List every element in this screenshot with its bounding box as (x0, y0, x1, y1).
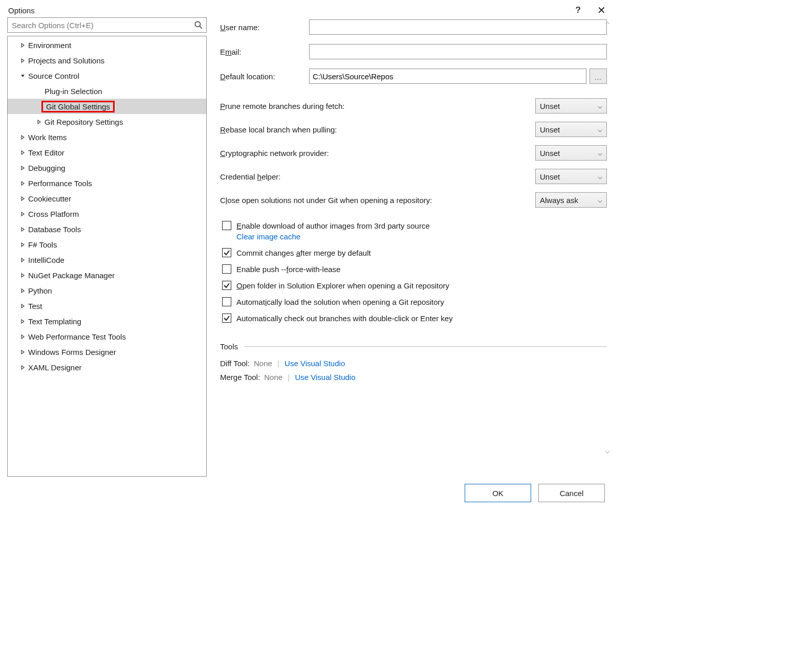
chevron-down-icon: ⌵ (598, 125, 602, 134)
chevron-right-icon[interactable] (19, 304, 26, 308)
options-tree[interactable]: EnvironmentProjects and SolutionsSource … (7, 36, 207, 477)
chevron-down-icon: ⌵ (598, 148, 602, 158)
search-icon (194, 20, 203, 30)
tree-item-label: Test (28, 302, 42, 310)
tree-item[interactable]: Git Global Settings (8, 99, 206, 114)
tree-item[interactable]: Cookiecutter (8, 191, 206, 206)
browse-button[interactable]: ... (589, 69, 607, 84)
tree-item[interactable]: Git Repository Settings (8, 114, 206, 129)
chevron-right-icon[interactable] (19, 196, 26, 201)
tree-item-label: F# Tools (28, 240, 57, 249)
auto-load-checkbox[interactable] (222, 297, 231, 306)
chevron-right-icon[interactable] (19, 135, 26, 140)
force-with-lease-checkbox[interactable] (222, 264, 231, 274)
svg-marker-12 (21, 228, 24, 231)
chevron-right-icon[interactable] (19, 334, 26, 339)
chevron-right-icon[interactable] (19, 58, 26, 63)
commit-after-merge-checkbox[interactable] (222, 248, 231, 257)
svg-marker-20 (21, 350, 24, 354)
scroll-down-icon[interactable] (605, 447, 610, 456)
open-folder-checkbox[interactable] (222, 281, 231, 290)
tree-item-label: Source Control (28, 72, 79, 80)
section-divider (244, 346, 607, 347)
search-input[interactable] (11, 20, 194, 30)
tree-item[interactable]: Source Control (8, 68, 206, 83)
user-name-label: User name: (220, 23, 309, 32)
merge-tool-value: None (264, 373, 282, 382)
chevron-down-icon: ⌵ (598, 101, 602, 110)
chevron-down-icon: ⌵ (598, 195, 602, 205)
tree-item[interactable]: Environment (8, 37, 206, 53)
diff-tool-label: Diff Tool: (220, 359, 250, 368)
clear-image-cache-link[interactable]: Clear image cache (236, 232, 607, 241)
tree-item[interactable]: Python (8, 283, 206, 298)
search-options-box[interactable] (7, 17, 207, 33)
credential-helper-dropdown[interactable]: Unset⌵ (535, 169, 607, 184)
tree-item[interactable]: IntelliCode (8, 252, 206, 267)
svg-marker-15 (21, 274, 24, 277)
tree-item[interactable]: Text Editor (8, 145, 206, 160)
chevron-right-icon[interactable] (19, 273, 26, 278)
crypto-label: Cryptographic network provider: (220, 149, 535, 158)
default-location-input[interactable] (309, 69, 586, 84)
chevron-right-icon[interactable] (35, 120, 42, 124)
tree-item[interactable]: NuGet Package Manager (8, 267, 206, 283)
crypto-dropdown[interactable]: Unset⌵ (535, 145, 607, 161)
svg-marker-16 (21, 289, 24, 293)
chevron-right-icon[interactable] (19, 288, 26, 293)
svg-marker-18 (21, 320, 24, 323)
merge-tool-use-vs-link[interactable]: Use Visual Studio (295, 373, 355, 382)
svg-marker-5 (38, 120, 40, 124)
cancel-button[interactable]: Cancel (538, 484, 605, 502)
svg-marker-6 (21, 136, 24, 139)
chevron-right-icon[interactable] (19, 181, 26, 186)
chevron-right-icon[interactable] (19, 212, 26, 216)
chevron-right-icon[interactable] (19, 365, 26, 370)
close-open-dropdown[interactable]: Always ask⌵ (535, 192, 607, 208)
user-name-input[interactable] (309, 19, 607, 35)
rebase-dropdown[interactable]: Unset⌵ (535, 122, 607, 137)
tree-item-label: XAML Designer (28, 363, 82, 372)
tree-item[interactable]: Plug-in Selection (8, 83, 206, 99)
scroll-up-icon[interactable] (605, 18, 610, 27)
tree-item[interactable]: Debugging (8, 160, 206, 175)
tree-item[interactable]: Windows Forms Designer (8, 344, 206, 360)
chevron-right-icon[interactable] (19, 166, 26, 170)
chevron-right-icon[interactable] (19, 43, 26, 48)
tree-item[interactable]: Web Performance Test Tools (8, 329, 206, 344)
help-icon[interactable]: ? (576, 5, 581, 15)
chevron-right-icon[interactable] (19, 319, 26, 324)
tree-item[interactable]: Test (8, 298, 206, 313)
diff-tool-use-vs-link[interactable]: Use Visual Studio (285, 359, 345, 368)
chevron-down-icon[interactable] (19, 74, 26, 78)
tree-item[interactable]: Cross Platform (8, 206, 206, 221)
diff-tool-row: Diff Tool: None | Use Visual Studio (220, 359, 607, 368)
tree-item[interactable]: Database Tools (8, 221, 206, 237)
tree-item[interactable]: Projects and Solutions (8, 53, 206, 68)
prune-dropdown[interactable]: Unset⌵ (535, 98, 607, 114)
tree-item[interactable]: XAML Designer (8, 360, 206, 375)
enable-images-checkbox[interactable] (222, 221, 231, 230)
chevron-right-icon[interactable] (19, 227, 26, 232)
chevron-right-icon[interactable] (19, 150, 26, 155)
titlebar-controls: ? ✕ (576, 5, 606, 15)
close-icon[interactable]: ✕ (597, 5, 606, 15)
tree-item[interactable]: Performance Tools (8, 175, 206, 191)
email-input[interactable] (309, 44, 607, 59)
svg-marker-9 (21, 182, 24, 185)
prune-label: Prune remote branches during fetch: (220, 102, 535, 110)
left-panel: EnvironmentProjects and SolutionsSource … (7, 17, 207, 477)
ok-button[interactable]: OK (465, 484, 531, 502)
tree-item[interactable]: F# Tools (8, 237, 206, 252)
tree-item[interactable]: Work Items (8, 129, 206, 145)
commit-after-merge-label: Commit changes after merge by default (236, 249, 371, 257)
chevron-right-icon[interactable] (19, 242, 26, 247)
tree-item-label: Environment (28, 41, 71, 50)
tree-item-label: Git Repository Settings (45, 118, 123, 126)
tree-item-label: NuGet Package Manager (28, 271, 115, 280)
chevron-right-icon[interactable] (19, 350, 26, 354)
auto-checkout-checkbox[interactable] (222, 313, 231, 323)
close-open-label: Close open solutions not under Git when … (220, 196, 535, 205)
tree-item[interactable]: Text Templating (8, 313, 206, 329)
chevron-right-icon[interactable] (19, 258, 26, 262)
